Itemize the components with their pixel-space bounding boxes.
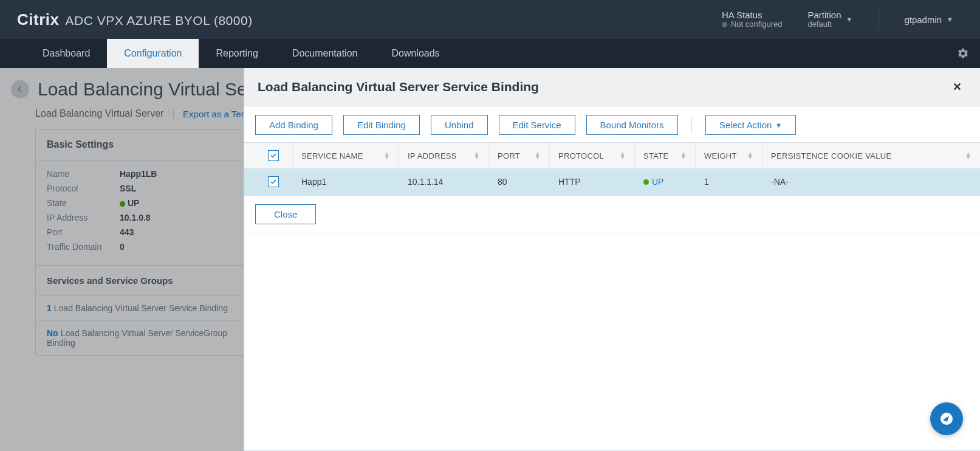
column-state[interactable]: STATE▲▼ — [635, 143, 696, 168]
chevron-down-icon: ▼ — [775, 122, 782, 129]
user-name: gtpadmin — [904, 15, 942, 25]
settings-gear-icon[interactable] — [946, 39, 980, 68]
user-menu[interactable]: gtpadmin ▼ — [894, 0, 963, 39]
ha-status-dot-icon — [722, 22, 727, 27]
brand-main: Citrix — [17, 10, 59, 29]
cell-ip-address: 10.1.1.14 — [399, 168, 489, 195]
cell-weight: 1 — [696, 168, 762, 195]
nav-dashboard[interactable]: Dashboard — [26, 39, 107, 68]
toolbar-divider — [691, 117, 692, 134]
modal-title: Load Balancing Virtual Server Service Bi… — [258, 80, 539, 94]
modal-footer: Close — [244, 196, 980, 233]
divider — [878, 8, 879, 31]
sort-icon: ▲▼ — [535, 152, 541, 159]
unbind-button[interactable]: Unbind — [431, 115, 488, 135]
status-dot-icon — [643, 179, 649, 185]
cell-protocol: HTTP — [550, 168, 635, 195]
help-fab[interactable] — [930, 402, 963, 435]
cell-state: UP — [635, 168, 696, 195]
column-select-all[interactable] — [244, 143, 293, 168]
service-binding-modal: Load Balancing Virtual Server Service Bi… — [244, 68, 980, 451]
nav-bar: Dashboard Configuration Reporting Docume… — [0, 39, 980, 68]
column-service-name[interactable]: SERVICE NAME▲▼ — [293, 143, 399, 168]
bindings-table: SERVICE NAME▲▼ IP ADDRESS▲▼ PORT▲▼ PROTO… — [244, 142, 980, 196]
sort-icon: ▲▼ — [474, 152, 480, 159]
modal-header: Load Balancing Virtual Server Service Bi… — [244, 68, 980, 106]
select-all-checkbox[interactable] — [268, 150, 279, 161]
table-header: SERVICE NAME▲▼ IP ADDRESS▲▼ PORT▲▼ PROTO… — [244, 143, 980, 168]
close-button[interactable]: Close — [255, 204, 316, 224]
edit-service-button[interactable]: Edit Service — [499, 115, 575, 135]
nav-documentation[interactable]: Documentation — [275, 39, 375, 68]
add-binding-button[interactable]: Add Binding — [255, 115, 332, 135]
sort-icon: ▲▼ — [747, 152, 753, 159]
top-bar: Citrix ADC VPX AZURE BYOL (8000) HA Stat… — [0, 0, 980, 39]
cell-service-name: Happ1 — [293, 168, 399, 195]
row-checkbox[interactable] — [268, 176, 279, 187]
sort-icon: ▲▼ — [620, 152, 626, 159]
table-row[interactable]: Happ1 10.1.1.14 80 HTTP UP 1 -NA- — [244, 168, 980, 195]
edit-binding-button[interactable]: Edit Binding — [343, 115, 420, 135]
partition-value: default — [807, 20, 841, 29]
brand: Citrix ADC VPX AZURE BYOL (8000) — [17, 10, 253, 29]
column-protocol[interactable]: PROTOCOL▲▼ — [550, 143, 635, 168]
ha-status-text: Not configured — [731, 20, 783, 29]
sort-icon: ▲▼ — [965, 152, 971, 159]
column-port[interactable]: PORT▲▼ — [489, 143, 550, 168]
select-action-dropdown[interactable]: Select Action ▼ — [705, 115, 797, 135]
nav-reporting[interactable]: Reporting — [199, 39, 275, 68]
sort-icon: ▲▼ — [680, 152, 687, 159]
column-weight[interactable]: WEIGHT▲▼ — [696, 143, 762, 168]
partition-selector[interactable]: Partition default ▼ — [798, 0, 862, 39]
modal-toolbar: Add Binding Edit Binding Unbind Edit Ser… — [244, 106, 980, 142]
nav-downloads[interactable]: Downloads — [374, 39, 456, 68]
column-persistence-cookie[interactable]: PERSISTENCE COOKIE VALUE▲▼ — [762, 143, 980, 168]
close-icon[interactable]: ✕ — [948, 78, 967, 96]
bound-monitors-button[interactable]: Bound Monitors — [586, 115, 678, 135]
cell-cookie: -NA- — [762, 168, 980, 195]
topbar-right: HA Status Not configured Partition defau… — [722, 0, 963, 39]
select-action-label: Select Action — [719, 120, 772, 130]
sort-icon: ▲▼ — [384, 152, 390, 159]
partition-label: Partition — [807, 10, 841, 20]
nav-configuration[interactable]: Configuration — [107, 39, 199, 68]
ha-status-value: Not configured — [722, 20, 783, 29]
cell-port: 80 — [489, 168, 550, 195]
ha-status: HA Status Not configured — [722, 10, 783, 29]
brand-sub: ADC VPX AZURE BYOL (8000) — [65, 13, 252, 28]
column-ip-address[interactable]: IP ADDRESS▲▼ — [399, 143, 489, 168]
chevron-down-icon: ▼ — [947, 16, 953, 23]
chevron-down-icon: ▼ — [846, 16, 853, 23]
ha-status-label: HA Status — [722, 10, 783, 20]
